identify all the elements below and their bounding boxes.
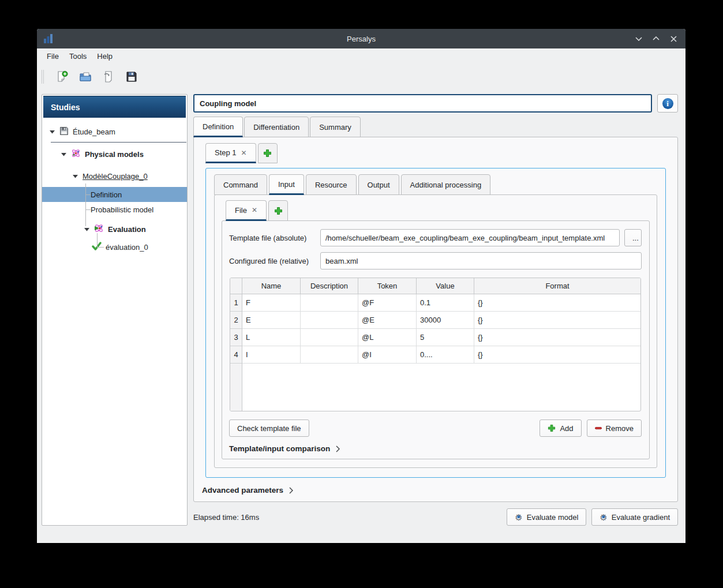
tab-definition[interactable]: Definition — [193, 117, 243, 137]
cell-token[interactable]: @L — [358, 329, 417, 346]
cell-token[interactable]: @I — [358, 346, 417, 364]
menu-file[interactable]: File — [42, 50, 64, 62]
import-script-button[interactable] — [100, 69, 117, 85]
evaluate-gradient-button[interactable]: ⚙ Evaluate gradient — [591, 508, 678, 526]
tab-output[interactable]: Output — [358, 174, 399, 195]
button-label: Check template file — [237, 424, 301, 433]
collapse-caret-icon[interactable] — [61, 152, 67, 156]
remove-row-button[interactable]: Remove — [587, 420, 642, 437]
toolbar-handle[interactable] — [42, 70, 44, 84]
tree-item-probabilistic-model[interactable]: Probabilistic model — [42, 202, 187, 217]
cell-name[interactable]: I — [242, 346, 301, 364]
evaluate-model-button[interactable]: ⚙ Evaluate model — [507, 508, 586, 526]
model-info-button[interactable]: i — [657, 94, 678, 113]
new-study-icon — [56, 70, 69, 83]
tab-command[interactable]: Command — [214, 174, 267, 195]
window-title: Persalys — [37, 35, 685, 43]
collapse-caret-icon[interactable] — [50, 130, 55, 134]
tree-item-label: Probabilistic model — [91, 205, 153, 214]
cell-description[interactable] — [301, 329, 358, 346]
plus-icon — [548, 424, 556, 432]
tab-file[interactable]: File ✕ — [226, 200, 267, 221]
new-study-button[interactable] — [54, 69, 70, 85]
template-file-label: Template file (absolute) — [229, 234, 316, 242]
template-input-comparison-expander[interactable]: Template/input comparison — [229, 444, 642, 453]
minus-icon — [595, 427, 602, 429]
maximize-button[interactable] — [650, 32, 662, 45]
cell-format[interactable]: {} — [474, 329, 640, 346]
chevron-right-icon — [289, 487, 293, 494]
cell-format[interactable]: {} — [474, 346, 640, 364]
minimize-button[interactable] — [632, 32, 645, 45]
tree-item-definition[interactable]: Definition — [42, 187, 187, 202]
tab-input[interactable]: Input — [269, 174, 304, 195]
check-icon — [92, 242, 102, 252]
menu-help[interactable]: Help — [92, 50, 118, 62]
save-study-button[interactable] — [123, 69, 140, 85]
tree-item-etude-beam[interactable]: Étude_beam — [42, 123, 187, 140]
close-step-tab-icon[interactable]: ✕ — [241, 149, 247, 156]
tree-item-evaluation[interactable]: Evaluation — [42, 220, 187, 238]
chevron-right-icon — [336, 445, 340, 452]
add-file-button[interactable] — [268, 200, 288, 221]
cell-name[interactable]: F — [242, 294, 301, 312]
open-study-button[interactable] — [77, 69, 93, 85]
advanced-parameters-expander[interactable]: Advanced parameters — [202, 486, 670, 495]
add-row-button[interactable]: Add — [540, 420, 581, 437]
configured-file-input[interactable] — [320, 252, 642, 269]
close-button[interactable] — [667, 32, 680, 45]
tab-additional-processing[interactable]: Additional processing — [401, 174, 491, 195]
tab-label: Resource — [315, 181, 347, 189]
tab-label: Additional processing — [410, 181, 482, 189]
tab-label: Input — [278, 180, 295, 189]
close-file-tab-icon[interactable]: ✕ — [252, 207, 257, 214]
gear-icon: ⚙ — [600, 513, 607, 522]
button-label: Evaluate gradient — [612, 513, 670, 522]
tab-differentiation[interactable]: Differentiation — [244, 117, 309, 137]
tree-item-modele-couplage[interactable]: ModèleCouplage_0 — [42, 167, 187, 185]
collapse-caret-icon[interactable] — [84, 227, 90, 231]
tree-branch-line — [85, 183, 86, 226]
tree-item-label: Definition — [91, 190, 122, 199]
cell-token[interactable]: @E — [358, 312, 417, 329]
col-header-token: Token — [358, 278, 417, 294]
cell-value[interactable]: 5 — [417, 329, 474, 346]
step-content-box: Command Input Resource Output Additional — [205, 168, 666, 478]
physical-model-atom-icon — [71, 148, 81, 160]
cell-name[interactable]: L — [242, 329, 301, 346]
tab-label: Step 1 — [215, 148, 237, 157]
tab-step-1[interactable]: Step 1 ✕ — [205, 143, 256, 163]
title-bar: Persalys — [37, 29, 685, 48]
tab-label: Output — [368, 181, 390, 189]
cell-value[interactable]: 30000 — [417, 312, 474, 329]
cell-description[interactable] — [301, 312, 358, 329]
cell-value[interactable]: 0.... — [417, 346, 474, 364]
cell-format[interactable]: {} — [474, 294, 640, 312]
tab-resource[interactable]: Resource — [306, 174, 357, 195]
browse-template-button[interactable]: ... — [624, 229, 642, 246]
cell-description[interactable] — [301, 346, 358, 364]
step-inner-tab-bar: Command Input Resource Output Additional — [214, 174, 657, 195]
studies-tree: Étude_beam — [42, 119, 187, 525]
tab-label: Summary — [319, 123, 351, 132]
check-template-file-button[interactable]: Check template file — [229, 420, 309, 437]
cell-value[interactable]: 0.1 — [417, 294, 474, 312]
template-file-input[interactable] — [320, 229, 620, 246]
cell-description[interactable] — [301, 294, 358, 312]
tree-item-evaluation-0[interactable]: évaluation_0 — [42, 239, 187, 255]
button-label: Remove — [606, 424, 634, 433]
save-study-icon — [125, 70, 138, 83]
col-header-description: Description — [301, 278, 358, 294]
tab-summary[interactable]: Summary — [310, 117, 361, 137]
info-icon: i — [662, 98, 673, 109]
collapse-caret-icon[interactable] — [73, 174, 78, 178]
add-step-button[interactable] — [258, 143, 278, 163]
row-number: 1 — [230, 294, 242, 312]
tree-item-label: ModèleCouplage_0 — [83, 172, 148, 181]
cell-name[interactable]: E — [242, 312, 301, 329]
cell-format[interactable]: {} — [474, 312, 640, 329]
menu-tools[interactable]: Tools — [64, 50, 92, 62]
cell-token[interactable]: @F — [358, 294, 417, 312]
model-name-input[interactable] — [193, 94, 652, 113]
tree-item-physical-models[interactable]: Physical models — [42, 145, 187, 163]
